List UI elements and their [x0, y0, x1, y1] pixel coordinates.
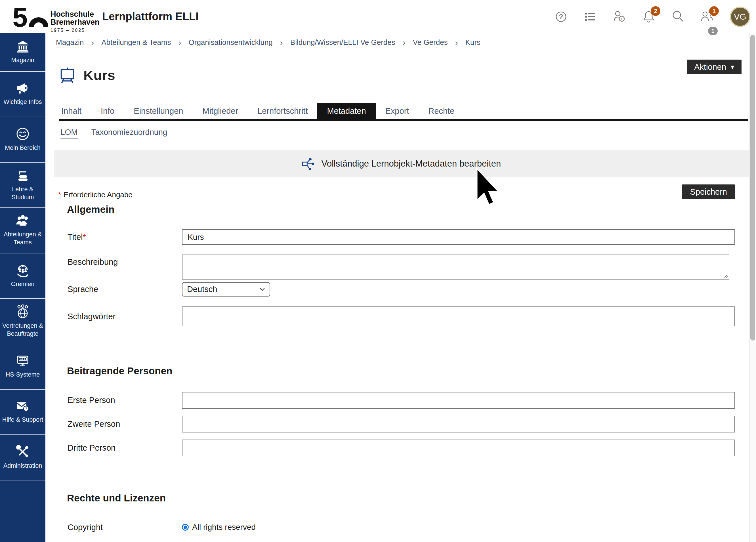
save-button[interactable]: Speichern: [682, 184, 735, 199]
field-row-erste-person: Erste Person: [45, 392, 756, 409]
breadcrumb-abteilungen[interactable]: Abteilungen & Teams: [101, 38, 171, 47]
breadcrumb-organisationsentwicklung[interactable]: Organisationsentwicklung: [189, 38, 273, 47]
field-row-titel: Titel*: [45, 229, 756, 245]
tab-metadaten[interactable]: Metadaten: [317, 103, 375, 119]
svg-text:!: !: [621, 16, 623, 21]
required-marker: *: [58, 190, 61, 199]
language-select-value: Deutsch: [187, 285, 217, 294]
language-select[interactable]: Deutsch: [182, 282, 270, 297]
logo-years: 1975 – 2025: [51, 28, 100, 33]
schlagwoerter-input[interactable]: [182, 306, 735, 326]
section-heading-beitragende: Beitragende Personen: [67, 365, 756, 378]
resize-grip-icon[interactable]: [724, 274, 728, 278]
top-header: 5 Hochschule Bremerhaven 1975 – 2025 Ler…: [0, 0, 756, 33]
tab-rechte[interactable]: Rechte: [419, 103, 464, 119]
erste-person-label: Erste Person: [68, 396, 182, 405]
breadcrumb-separator: ›: [280, 38, 283, 47]
smiley-icon: [16, 127, 30, 141]
breadcrumb-separator: ›: [91, 38, 94, 47]
logo-line1: Hochschule: [51, 10, 100, 18]
sidebar-item-abteilungen-teams[interactable]: Abteilungen & Teams: [0, 208, 45, 253]
copyright-radio[interactable]: [182, 524, 189, 531]
breadcrumb-separator: ›: [179, 38, 181, 47]
assembly-hand-icon: [16, 263, 30, 277]
page-scrollbar[interactable]: [749, 33, 756, 542]
contacts-new-badge: 1: [709, 6, 719, 16]
notification-bell-icon[interactable]: 2: [642, 10, 655, 23]
section-divider: [59, 336, 745, 336]
copyright-label: Copyright: [68, 523, 182, 532]
main-sidebar: Magazin Wichtige Infos Mein Bereich: [0, 33, 45, 542]
tab-inhalt[interactable]: Inhalt: [59, 103, 91, 119]
field-row-zweite-person: Zweite Person: [45, 416, 756, 432]
sidebar-item-hilfe-support[interactable]: ? Hilfe & Support: [0, 390, 45, 435]
sidebar-item-wichtige-infos[interactable]: Wichtige Infos: [0, 72, 45, 117]
node-hub-icon: [302, 157, 315, 171]
scrollbar-thumb[interactable]: [750, 35, 755, 341]
zweite-person-input[interactable]: [182, 416, 735, 432]
todo-list-icon[interactable]: [584, 10, 597, 23]
titel-input[interactable]: [182, 229, 735, 245]
logo-50-icon: 5: [12, 3, 48, 30]
tab-export[interactable]: Export: [376, 103, 419, 119]
svg-text:?: ?: [559, 13, 563, 21]
tab-mitglieder[interactable]: Mitglieder: [193, 103, 248, 119]
dritte-person-input[interactable]: [182, 440, 735, 456]
field-row-sprache: Sprache Deutsch: [45, 282, 756, 297]
sidebar-item-vertretungen[interactable]: Vertretungen & Beauftragte: [0, 299, 45, 344]
course-board-icon: [59, 66, 75, 84]
required-hint: * Erforderliche Angabe: [58, 190, 756, 199]
user-avatar[interactable]: VG: [730, 7, 750, 27]
breadcrumb-separator: ›: [403, 38, 406, 47]
sidebar-item-mein-bereich[interactable]: Mein Bereich: [0, 117, 45, 163]
chevron-down-icon: [259, 287, 265, 291]
breadcrumb-bildung-wissen[interactable]: Bildung/Wissen/ELLI Ve Gerdes: [290, 38, 395, 47]
actions-button[interactable]: Aktionen ▾: [687, 60, 742, 74]
sidebar-item-magazin[interactable]: Magazin: [0, 33, 45, 72]
app-title: Lernplattform ELLI: [102, 0, 199, 33]
svg-text:5: 5: [12, 3, 28, 30]
tab-lernfortschritt[interactable]: Lernfortschritt: [248, 103, 317, 119]
sidebar-item-lehre-studium[interactable]: Lehre & Studium: [0, 163, 45, 208]
breadcrumb-ve-gerdes[interactable]: Ve Gerdes: [413, 38, 448, 47]
field-row-copyright: Copyright All rights reserved: [45, 522, 756, 532]
dritte-person-label: Dritte Person: [68, 443, 182, 453]
logo-line2: Bremerhaven: [51, 18, 100, 26]
main-content: Magazin › Abteilungen & Teams › Organisa…: [45, 33, 756, 542]
megaphone-icon: [16, 82, 30, 95]
breadcrumb-magazin[interactable]: Magazin: [56, 38, 84, 47]
contacts-icon[interactable]: 1 1: [701, 10, 714, 23]
tab-info[interactable]: Info: [91, 103, 124, 119]
help-icon[interactable]: ?: [555, 10, 568, 23]
breadcrumb: Magazin › Abteilungen & Teams › Organisa…: [45, 33, 756, 52]
titel-label: Titel*: [68, 232, 182, 242]
sidebar-item-gremien[interactable]: Gremien: [0, 253, 45, 299]
tools-icon: [16, 445, 30, 459]
sprache-label: Sprache: [68, 285, 182, 294]
subtab-lom[interactable]: LOM: [60, 128, 78, 138]
sidebar-item-administration[interactable]: Administration: [0, 435, 45, 480]
section-heading-allgemein: Allgemein: [67, 204, 756, 216]
schlagwoerter-label: Schlagwörter: [68, 312, 182, 321]
museum-icon: [16, 40, 29, 53]
beschreibung-textarea[interactable]: [182, 255, 729, 280]
books-graduation-icon: [16, 169, 30, 182]
field-row-dritte-person: Dritte Person: [45, 440, 756, 456]
beschreibung-label: Beschreibung: [68, 255, 182, 267]
search-icon[interactable]: [671, 10, 684, 23]
monitor-password-icon: [16, 354, 30, 367]
tab-einstellungen[interactable]: Einstellungen: [124, 103, 193, 119]
copyright-radio-label: All rights reserved: [192, 523, 256, 532]
breadcrumb-kurs[interactable]: Kurs: [465, 38, 480, 47]
subtab-taxonomiezuordnung[interactable]: Taxonomiezuordnung: [91, 128, 167, 138]
field-row-beschreibung: Beschreibung: [45, 255, 756, 280]
notification-badge: 2: [651, 6, 660, 16]
page-title: Kurs: [83, 67, 115, 83]
mail-question-icon: ?: [16, 400, 30, 413]
sidebar-item-hs-systeme[interactable]: HS-Systeme: [0, 344, 45, 390]
edit-full-metadata-bar[interactable]: Vollständige Lernobjekt-Metadaten bearbe…: [54, 150, 749, 177]
section-divider: [59, 465, 745, 465]
erste-person-input[interactable]: [182, 392, 735, 409]
contacts-count-badge: 1: [708, 27, 718, 35]
member-deadline-icon[interactable]: !: [613, 10, 626, 23]
